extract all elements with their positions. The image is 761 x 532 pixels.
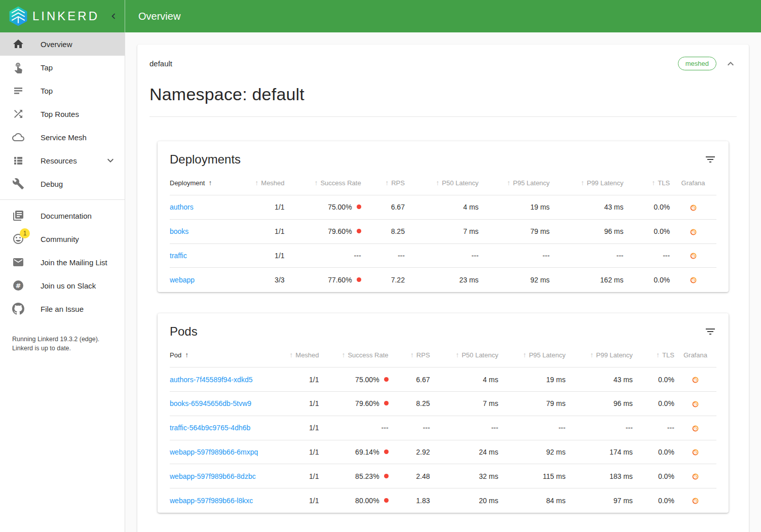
sort-arrow-icon: ↑ xyxy=(208,179,212,187)
column-header[interactable]: ↑P95 Latency xyxy=(498,342,565,367)
p95-cell: 19 ms xyxy=(479,195,550,220)
sort-arrow-icon: ↑ xyxy=(385,179,389,187)
sidebar-item-label: Documentation xyxy=(41,212,117,220)
list-icon xyxy=(12,154,24,167)
grafana-cell xyxy=(670,219,716,243)
sidebar-item-top[interactable]: Top xyxy=(0,79,125,102)
column-header[interactable]: ↑Meshed xyxy=(286,342,319,367)
pod-link[interactable]: webapp-597f989b66-l8kxc xyxy=(170,497,253,505)
table-row: webapp-597f989b66-6mxpq 1/1 69.14% 2.92 … xyxy=(170,440,716,464)
column-header[interactable]: ↑Success Rate xyxy=(285,170,361,195)
sidebar-item-service-mesh[interactable]: Service Mesh xyxy=(0,126,125,149)
sidebar-item-slack[interactable]: # Join us on Slack xyxy=(0,274,125,297)
success-rate-cell: 69.14% xyxy=(319,440,389,464)
p95-cell: --- xyxy=(479,243,550,268)
sort-arrow-icon: ↑ xyxy=(656,351,660,359)
deployment-link[interactable]: webapp xyxy=(170,276,195,284)
p50-cell: 20 ms xyxy=(430,488,499,512)
column-header[interactable]: ↑TLS xyxy=(633,342,674,367)
column-header[interactable]: ↑RPS xyxy=(389,342,430,367)
tls-cell: 0.0% xyxy=(633,488,674,512)
version-line: Running Linkerd 19.3.2 (edge). xyxy=(12,335,112,344)
sidebar-item-tap[interactable]: Tap xyxy=(0,56,125,79)
sidebar: Overview Tap Top Top Routes Service Mesh… xyxy=(0,32,125,532)
column-header[interactable]: ↑P99 Latency xyxy=(565,342,633,367)
status-dot xyxy=(384,498,389,503)
p99-cell: 96 ms xyxy=(550,219,624,243)
grafana-icon[interactable] xyxy=(690,204,697,212)
table-row: webapp 3/3 77.60% 7.22 23 ms 92 ms 162 m… xyxy=(170,268,716,292)
sidebar-item-top-routes[interactable]: Top Routes xyxy=(0,102,125,126)
pod-link[interactable]: books-65945656db-5tvw9 xyxy=(170,399,251,407)
sidebar-item-documentation[interactable]: Documentation xyxy=(0,204,125,227)
p95-cell: 79 ms xyxy=(498,391,565,416)
rps-cell: 2.92 xyxy=(389,440,430,464)
grafana-icon[interactable] xyxy=(690,228,697,236)
grafana-icon[interactable] xyxy=(692,376,699,384)
p50-cell: 4 ms xyxy=(430,367,499,392)
column-header[interactable]: ↑RPS xyxy=(361,170,405,195)
success-rate-cell: 79.60% xyxy=(285,219,361,243)
sort-arrow-icon: ↑ xyxy=(436,179,439,187)
column-header-sorted[interactable]: Deployment↑ xyxy=(170,170,246,195)
chevron-down-icon[interactable] xyxy=(104,154,117,167)
p99-cell: 174 ms xyxy=(565,440,633,464)
pod-link[interactable]: authors-7f45589f94-xdkd5 xyxy=(170,376,252,384)
column-header[interactable]: ↑P99 Latency xyxy=(550,170,624,195)
p95-cell: 79 ms xyxy=(479,219,550,243)
rps-cell: --- xyxy=(361,243,405,268)
logo-wordmark: LINKERD xyxy=(32,9,107,23)
sidebar-item-community[interactable]: 1 Community xyxy=(0,227,125,251)
sort-arrow-icon: ↑ xyxy=(507,179,511,187)
p99-cell: 96 ms xyxy=(565,391,633,416)
sidebar-collapse-button[interactable] xyxy=(107,10,120,22)
sidebar-item-mailing-list[interactable]: Join the Mailing List xyxy=(0,251,125,274)
sort-arrow-icon: ↑ xyxy=(455,351,459,359)
filter-button[interactable] xyxy=(704,153,716,166)
column-header[interactable]: ↑Meshed xyxy=(246,170,285,195)
pod-link[interactable]: webapp-597f989b66-8dzbc xyxy=(170,472,256,480)
sidebar-divider xyxy=(0,199,125,200)
slack-icon: # xyxy=(12,279,24,292)
grafana-icon[interactable] xyxy=(692,425,699,432)
p99-cell: --- xyxy=(565,416,633,440)
grafana-icon[interactable] xyxy=(692,448,699,456)
success-rate-cell: 75.00% xyxy=(319,367,389,392)
deployment-link[interactable]: books xyxy=(170,227,188,235)
collapse-card-button[interactable] xyxy=(725,58,737,70)
column-header[interactable]: ↑Success Rate xyxy=(319,342,389,367)
grafana-icon[interactable] xyxy=(692,497,699,505)
filter-button[interactable] xyxy=(704,325,716,338)
grafana-icon[interactable] xyxy=(692,400,699,408)
grafana-cell xyxy=(670,195,716,220)
sidebar-item-file-issue[interactable]: File an Issue xyxy=(0,297,125,320)
sidebar-item-overview[interactable]: Overview xyxy=(0,32,125,56)
column-header[interactable]: ↑P95 Latency xyxy=(479,170,550,195)
table-header-row: Deployment↑ ↑Meshed ↑Success Rate ↑RPS ↑… xyxy=(170,170,716,195)
pod-link[interactable]: traffic-564b9c9765-4dh6b xyxy=(170,424,250,432)
deployment-link[interactable]: traffic xyxy=(170,252,187,260)
column-header[interactable]: ↑P50 Latency xyxy=(405,170,479,195)
deployment-link[interactable]: authors xyxy=(170,203,194,211)
p95-cell: --- xyxy=(498,416,565,440)
column-header[interactable]: ↑TLS xyxy=(624,170,670,195)
grafana-icon[interactable] xyxy=(690,252,697,260)
email-icon xyxy=(12,256,24,268)
pod-link[interactable]: webapp-597f989b66-6mxpq xyxy=(170,448,258,456)
grafana-cell xyxy=(674,488,716,512)
column-header[interactable]: ↑P50 Latency xyxy=(430,342,499,367)
table-header-row: Pod↑ ↑Meshed ↑Success Rate ↑RPS ↑P50 Lat… xyxy=(170,342,716,367)
sidebar-item-debug[interactable]: Debug xyxy=(0,172,125,195)
bars-icon xyxy=(12,85,24,97)
column-header-sorted[interactable]: Pod↑ xyxy=(170,342,286,367)
grafana-icon[interactable] xyxy=(690,276,697,284)
sidebar-item-resources[interactable]: Resources xyxy=(0,149,125,172)
meshed-badge: meshed xyxy=(678,57,716,70)
grafana-icon[interactable] xyxy=(692,473,699,480)
table-row: books-65945656db-5tvw9 1/1 79.60% 8.25 7… xyxy=(170,391,716,416)
divider xyxy=(149,116,737,117)
p99-cell: 43 ms xyxy=(565,367,633,392)
rps-cell: 2.48 xyxy=(389,464,430,488)
sidebar-item-label: Debug xyxy=(41,180,117,188)
grafana-cell xyxy=(674,464,716,488)
